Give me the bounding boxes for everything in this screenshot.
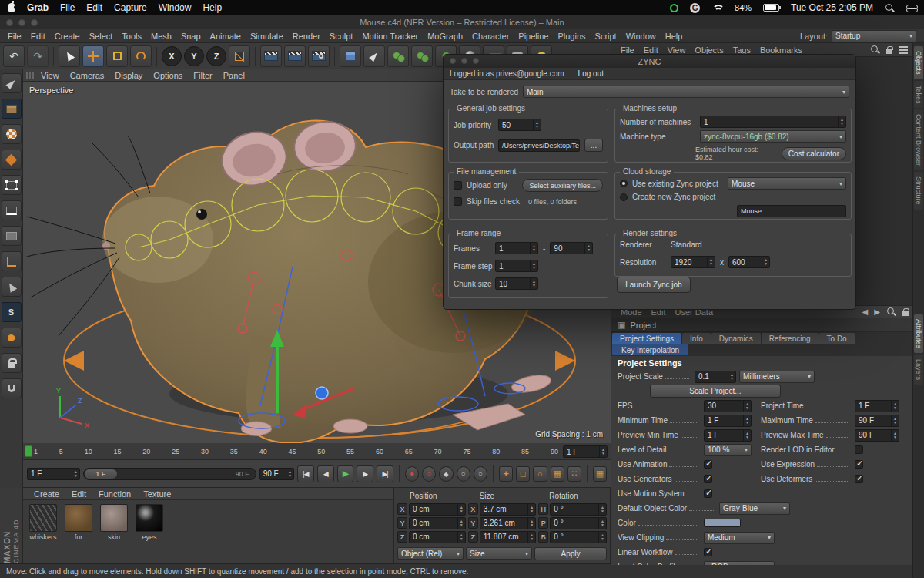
points-mode-button[interactable]	[2, 175, 22, 195]
position-z-input[interactable]: 0 cm	[409, 531, 466, 543]
menu-edit[interactable]: Edit	[26, 32, 50, 41]
render-lod-checkbox[interactable]	[855, 445, 863, 454]
object-manager-menu-view[interactable]: View	[663, 45, 691, 55]
make-editable-button[interactable]	[2, 73, 22, 93]
minimize-window-icon[interactable]	[18, 19, 25, 26]
output-path-input[interactable]: /Users/prives/Desktop/Test	[498, 139, 580, 152]
window-titlebar[interactable]: Mouse.c4d (NFR Version – Restricted Lice…	[0, 15, 924, 29]
add-mograph-button[interactable]	[411, 45, 433, 67]
default-object-color-dropdown[interactable]: Gray-Blue	[719, 502, 790, 515]
project-scale-input[interactable]: 0.1	[695, 371, 736, 383]
size-z-input[interactable]: 11.807 cm	[480, 531, 537, 543]
panel-grip[interactable]	[26, 72, 34, 79]
object-manager-menu-objects[interactable]: Objects	[690, 45, 728, 55]
panel-tab-layers[interactable]: Layers	[914, 355, 923, 385]
material-item[interactable]: fur	[63, 504, 94, 541]
coordinate-system-button[interactable]	[229, 45, 250, 67]
menu-sculpt[interactable]: Sculpt	[325, 32, 358, 41]
zoom-icon[interactable]	[473, 58, 479, 64]
y-axis-lock-button[interactable]: Y	[184, 46, 204, 66]
use-generators-checkbox[interactable]	[704, 475, 712, 483]
rotation-p-input[interactable]: 0 °	[550, 517, 607, 529]
timeline-playhead[interactable]	[25, 445, 32, 457]
spotlight-icon[interactable]	[885, 3, 895, 13]
viewport-menu-options[interactable]: Options	[148, 71, 188, 80]
project-scale-unit-dropdown[interactable]: Millimeters	[739, 371, 815, 383]
search-icon[interactable]	[870, 45, 880, 55]
zync-titlebar[interactable]: ZYNC	[444, 55, 855, 68]
macos-menu-window[interactable]: Window	[159, 2, 192, 13]
app-menu[interactable]: Grab	[27, 2, 49, 13]
next-frame-button[interactable]	[357, 465, 373, 482]
stepper-icon[interactable]	[72, 469, 79, 479]
minimum-time-input[interactable]: 1 F	[704, 415, 752, 427]
use-expression-checkbox[interactable]	[855, 460, 863, 469]
material-thumbnail[interactable]	[100, 504, 128, 532]
viewport-camera-label[interactable]: Perspective	[29, 86, 73, 95]
model-mode-button[interactable]	[2, 99, 22, 119]
resolution-width-input[interactable]: 1920	[671, 256, 715, 268]
go-to-end-button[interactable]	[377, 465, 393, 482]
skip-files-check-checkbox[interactable]	[454, 197, 462, 206]
position-x-input[interactable]: 0 cm	[409, 503, 466, 516]
frame-end-input[interactable]: 90	[550, 242, 593, 254]
material-thumbnail[interactable]	[29, 504, 57, 532]
google-icon[interactable]: G	[690, 3, 700, 13]
menu-animate[interactable]: Animate	[206, 32, 246, 41]
close-icon[interactable]	[450, 58, 456, 64]
upload-only-checkbox[interactable]	[454, 181, 462, 190]
zync-dialog[interactable]: ZYNC Logged in as prives@google.com Log …	[443, 54, 856, 310]
stepper-icon[interactable]	[599, 446, 607, 457]
menu-motion-tracker[interactable]: Motion Tracker	[357, 32, 423, 41]
autokeying-button[interactable]	[422, 466, 436, 482]
object-manager-menu-edit[interactable]: Edit	[639, 45, 663, 55]
timeline-ruler[interactable]: 151015202530354045505560657075808590 1 F	[23, 443, 611, 460]
cost-calculator-button[interactable]: Cost calculator	[782, 147, 846, 160]
material-menu-texture[interactable]: Texture	[137, 489, 177, 499]
menu-render[interactable]: Render	[288, 32, 325, 41]
tab-key-interpolation[interactable]: Key Interpolation	[612, 344, 688, 355]
select-auxiliary-files-button[interactable]: Select auxiliary files...	[522, 179, 603, 192]
previous-frame-button[interactable]	[317, 465, 334, 482]
scale-tool-button[interactable]	[106, 45, 128, 67]
use-animation-checkbox[interactable]	[704, 460, 712, 469]
viewport-menu-filter[interactable]: Filter	[188, 71, 217, 80]
move-tool-button[interactable]	[82, 45, 104, 67]
menu-character[interactable]: Character	[467, 32, 514, 41]
tweak-mode-button[interactable]	[2, 277, 22, 297]
maximum-time-input[interactable]: 90 F	[855, 415, 899, 427]
frame-spinner[interactable]: 1 F	[27, 468, 80, 480]
preview-max-time-input[interactable]: 90 F	[855, 429, 899, 442]
menu-simulate[interactable]: Simulate	[246, 32, 288, 41]
chunk-size-input[interactable]: 10	[495, 277, 538, 290]
menu-plugins[interactable]: Plugins	[553, 32, 590, 41]
texture-mode-button[interactable]	[2, 124, 22, 144]
menu-pipeline[interactable]: Pipeline	[514, 32, 553, 41]
current-frame-input[interactable]: 1 F	[563, 445, 608, 458]
use-deformers-checkbox[interactable]	[855, 475, 863, 483]
take-dropdown[interactable]: Main	[523, 86, 849, 98]
level-of-detail-dropdown[interactable]: 100 %	[704, 444, 752, 456]
keyframe-parameter-toggle[interactable]	[551, 466, 564, 482]
macos-menu-help[interactable]: Help	[203, 2, 222, 13]
resolution-height-input[interactable]: 600	[728, 256, 770, 268]
rotation-b-input[interactable]: 0 °	[550, 531, 607, 543]
menu-file[interactable]: File	[3, 32, 26, 41]
view-clipping-dropdown[interactable]: Medium	[704, 532, 775, 544]
tab-to-do[interactable]: To Do	[819, 333, 855, 344]
menu-snap[interactable]: Snap	[176, 32, 206, 41]
x-axis-lock-button[interactable]: X	[162, 46, 182, 66]
material-item[interactable]: whiskers	[28, 504, 59, 541]
keyframe-selection-button[interactable]	[439, 466, 453, 482]
create-new-project-radio[interactable]	[620, 193, 628, 201]
machines-count-input[interactable]: 1	[700, 116, 846, 128]
viewport-menu-view[interactable]: View	[35, 71, 65, 80]
lock-icon[interactable]	[902, 311, 909, 316]
add-primitive-button[interactable]	[340, 45, 361, 67]
material-item[interactable]: skin	[99, 504, 129, 541]
add-spline-button[interactable]	[363, 45, 385, 67]
render-settings-button[interactable]	[308, 45, 330, 67]
fps-input[interactable]: 30	[704, 400, 752, 412]
panel-menu-icon[interactable]	[899, 46, 908, 54]
control-center-icon[interactable]	[906, 4, 916, 12]
